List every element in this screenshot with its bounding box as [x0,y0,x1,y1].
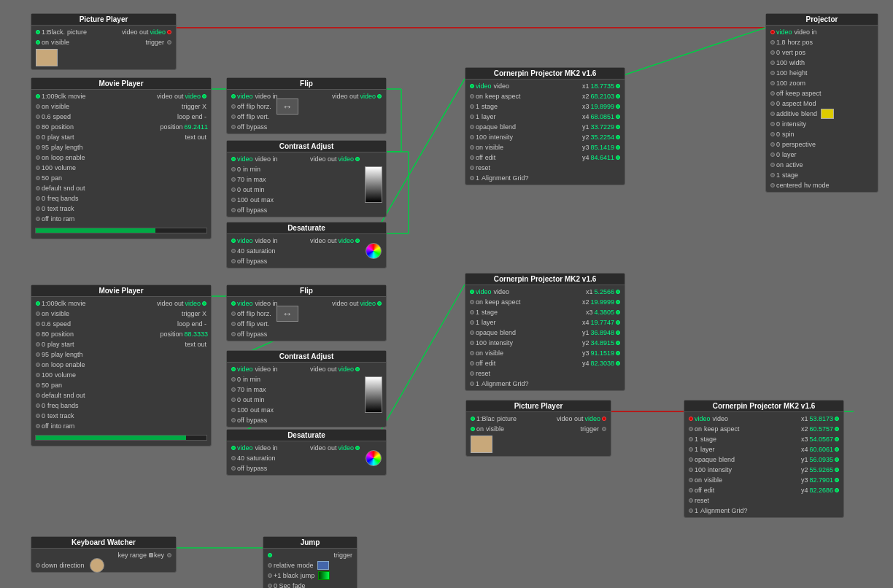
mp1-port-visible[interactable] [36,104,40,109]
cp2-port-out-y3[interactable] [616,351,620,355]
ca1-port-outmin[interactable] [231,187,236,192]
cp3-port-intensity[interactable] [689,468,693,472]
proj-port-stage[interactable] [770,173,775,177]
mp1-port-movie[interactable] [36,94,40,98]
proj-port-aspectmod[interactable] [770,101,775,106]
proj-port-in-video[interactable] [770,30,775,34]
jump-port-mode[interactable] [268,563,272,568]
cp1-port-aligngrid[interactable] [470,176,474,180]
cp3-port-reset[interactable] [689,498,693,503]
desat1-port-bypass[interactable] [231,259,236,263]
cp3-port-out-x1[interactable] [835,417,839,421]
cp1-port-keepaspect[interactable] [470,94,474,98]
flip1-port-out-video[interactable] [377,94,382,98]
cp2-port-keepaspect[interactable] [470,300,474,304]
ca1-port-in-video[interactable] [231,157,236,161]
cp1-port-intensity[interactable] [470,135,474,139]
ca1-port-outmax[interactable] [231,198,236,202]
cp2-port-out-y1[interactable] [616,330,620,335]
cp1-port-out-x3[interactable] [616,104,620,109]
cp1-port-visible[interactable] [470,145,474,150]
ca2-port-bypass[interactable] [231,418,236,422]
desat1-port-sat[interactable] [231,249,236,253]
cp2-port-reset[interactable] [470,371,474,376]
cp3-port-keepaspect[interactable] [689,427,693,431]
cp3-port-visible[interactable] [689,478,693,482]
mp2-port-playlength[interactable] [36,352,40,357]
ca2-port-outmin[interactable] [231,398,236,402]
flip1-port-in-video[interactable] [231,94,236,98]
cp3-port-stage[interactable] [689,437,693,441]
mp2-port-texttrack[interactable] [36,414,40,418]
ca1-port-inmax[interactable] [231,177,236,182]
pp1-port-out-trigger[interactable] [167,40,171,45]
ca1-port-inmin[interactable] [231,167,236,171]
cp1-port-blend[interactable] [470,125,474,129]
cp3-port-out-y4[interactable] [835,488,839,492]
cp1-port-stage[interactable] [470,104,474,109]
flip1-port-fliphorz[interactable] [231,104,236,109]
kw-port-in-direction[interactable] [36,563,40,568]
cp2-port-out-y4[interactable] [616,361,620,365]
cp1-port-out-y3[interactable] [616,145,620,150]
cp2-port-in-video[interactable] [470,290,474,294]
desat2-port-in-video[interactable] [231,446,236,450]
cp2-port-blend[interactable] [470,330,474,335]
desat2-port-bypass[interactable] [231,466,236,471]
flip2-port-flipvert[interactable] [231,322,236,326]
cp1-port-out-y2[interactable] [616,135,620,139]
mp1-port-loopenable[interactable] [36,155,40,160]
kw-port-out-key[interactable] [167,553,171,557]
mp2-port-playstart[interactable] [36,342,40,347]
flip2-port-out-video[interactable] [377,301,382,306]
cp3-port-out-x3[interactable] [835,437,839,441]
mp1-progress[interactable] [35,228,207,233]
cp3-port-out-y1[interactable] [835,457,839,462]
flip2-port-fliphorz[interactable] [231,312,236,316]
mp2-port-loopenable[interactable] [36,363,40,367]
ca2-port-outmax[interactable] [231,408,236,412]
proj-port-spin[interactable] [770,132,775,136]
pp2-port-out-video[interactable] [602,417,606,421]
cp2-port-out-x1[interactable] [616,290,620,294]
mp1-port-position[interactable] [36,125,40,129]
cp3-port-in-video[interactable] [689,417,693,421]
cp1-port-layer[interactable] [470,115,474,119]
jump-port-in-trigger[interactable] [268,553,272,557]
proj-port-hvmode[interactable] [770,183,775,187]
proj-port-keepaspect[interactable] [770,91,775,96]
cp1-port-out-x4[interactable] [616,115,620,119]
kw-port-keyrange[interactable] [149,553,153,557]
proj-port-active[interactable] [770,163,775,167]
mp2-port-intoram[interactable] [36,424,40,428]
cp2-port-visible[interactable] [470,351,474,355]
mp2-port-speed[interactable] [36,322,40,326]
cp2-port-out-x2[interactable] [616,300,620,304]
proj-port-intensity[interactable] [770,122,775,126]
ca2-port-inmax[interactable] [231,387,236,392]
cp1-port-reset[interactable] [470,166,474,170]
mp2-progress[interactable] [35,435,207,441]
mp1-port-playstart[interactable] [36,135,40,139]
mp1-port-out-video[interactable] [202,94,206,98]
pp1-port-out-video[interactable] [167,30,171,34]
desat2-port-out-video[interactable] [355,446,360,450]
mp2-port-movie[interactable] [36,301,40,306]
cp1-port-out-y4[interactable] [616,155,620,160]
mp2-port-position[interactable] [36,332,40,336]
pp2-port-in-picture[interactable] [471,417,475,421]
desat1-port-in-video[interactable] [231,239,236,243]
mp1-port-sndout[interactable] [36,186,40,190]
mp1-port-pan[interactable] [36,176,40,180]
flip1-port-bypass[interactable] [231,125,236,129]
proj-port-layer[interactable] [770,152,775,157]
mp2-port-pan[interactable] [36,383,40,387]
ca1-port-bypass[interactable] [231,208,236,212]
cp3-port-out-x4[interactable] [835,447,839,452]
cp2-port-out-x3[interactable] [616,310,620,314]
desat2-port-sat[interactable] [231,456,236,460]
cp3-port-edit[interactable] [689,488,693,492]
cp3-port-layer[interactable] [689,447,693,452]
mp2-port-sndout[interactable] [36,393,40,398]
pp1-port-in-picture[interactable] [36,30,40,34]
